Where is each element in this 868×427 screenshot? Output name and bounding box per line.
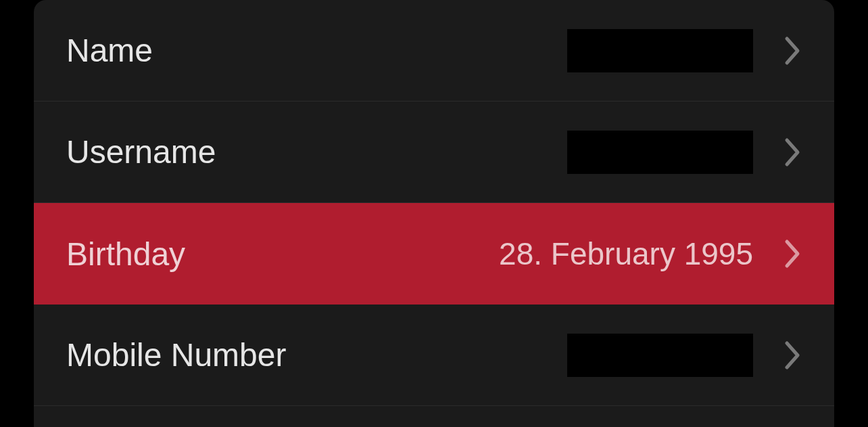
chevron-right-icon bbox=[783, 238, 802, 270]
redacted-value-username bbox=[567, 131, 753, 174]
settings-panel: Name Username Birthday 28. February 1995… bbox=[34, 0, 834, 427]
settings-row-name[interactable]: Name bbox=[34, 0, 834, 102]
redacted-value-name bbox=[567, 29, 753, 72]
row-right-name bbox=[567, 29, 802, 72]
row-label-name: Name bbox=[66, 32, 153, 69]
settings-row-birthday[interactable]: Birthday 28. February 1995 bbox=[34, 203, 834, 305]
row-right-birthday: 28. February 1995 bbox=[499, 235, 802, 272]
row-right-username bbox=[567, 131, 802, 174]
chevron-right-icon bbox=[783, 35, 802, 67]
redacted-value-mobile-number bbox=[567, 334, 753, 377]
chevron-right-icon bbox=[783, 136, 802, 168]
settings-row-username[interactable]: Username bbox=[34, 102, 834, 203]
chevron-right-icon bbox=[783, 339, 802, 372]
settings-row-mobile-number[interactable]: Mobile Number bbox=[34, 305, 834, 406]
row-label-mobile-number: Mobile Number bbox=[66, 336, 286, 374]
row-value-birthday: 28. February 1995 bbox=[499, 235, 753, 272]
row-label-username: Username bbox=[66, 133, 216, 171]
row-right-mobile-number bbox=[567, 334, 802, 377]
row-label-birthday: Birthday bbox=[66, 235, 185, 273]
